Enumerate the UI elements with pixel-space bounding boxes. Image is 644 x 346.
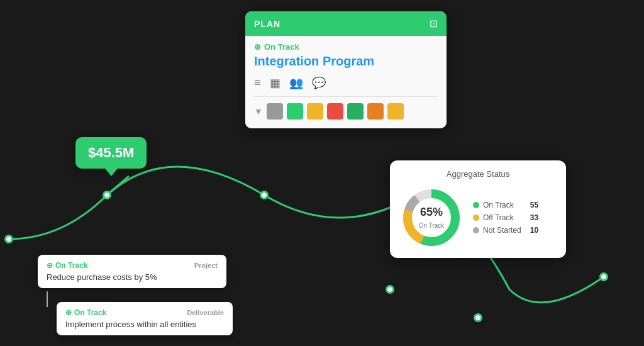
deliverable-on-track-label: On Track: [74, 308, 106, 317]
on-track-label: On Track: [264, 42, 299, 52]
value-bubble: $45.5M: [75, 137, 147, 169]
legend-on-track-label: On Track: [483, 201, 514, 209]
project-on-track-label: On Track: [55, 261, 87, 270]
edit-icon[interactable]: ⊡: [430, 18, 438, 30]
color-swatch-dark-green[interactable]: [347, 103, 364, 120]
legend-on-track: On Track 55: [473, 201, 538, 209]
plan-card: PLAN ⊡ ⊕ On Track Integration Program ≡ …: [245, 11, 447, 128]
project-type-label: Project: [194, 262, 218, 269]
list-icon[interactable]: ≡: [254, 76, 261, 90]
plan-card-header: PLAN ⊡: [245, 11, 447, 36]
aggregate-status-card: Aggregate Status 65% On Track On: [390, 160, 566, 258]
legend-on-track-count: 55: [525, 201, 538, 209]
legend-not-started: Not Started 10: [473, 226, 538, 235]
donut-percentage: 65%: [419, 206, 445, 219]
legend-not-started-label: Not Started: [483, 226, 521, 235]
project-description: Reduce purchase costs by 5%: [47, 272, 218, 282]
on-track-dot: [473, 202, 479, 208]
plan-label: PLAN: [254, 19, 280, 29]
color-swatch-green[interactable]: [287, 103, 303, 120]
legend-not-started-count: 10: [525, 226, 538, 235]
node-center: [260, 191, 269, 199]
node-right: [474, 313, 482, 322]
donut-label: On Track: [419, 222, 445, 229]
aggregate-title: Aggregate Status: [400, 169, 556, 179]
legend-off-track: Off Track 33: [473, 213, 538, 222]
chat-icon[interactable]: 💬: [312, 76, 326, 90]
calendar-icon[interactable]: ▦: [270, 76, 280, 90]
color-swatch-red[interactable]: [327, 103, 343, 120]
aggregate-content: 65% On Track On Track 55 Off Track 33 No…: [400, 186, 556, 249]
team-icon[interactable]: 👥: [289, 76, 303, 90]
deliverable-type-label: Deliverable: [187, 309, 224, 316]
deliverable-card-top: ⊕ On Track Deliverable: [65, 308, 224, 317]
color-swatch-amber[interactable]: [387, 103, 404, 120]
deliverable-on-track-status: ⊕ On Track: [65, 308, 106, 317]
plan-color-row: ▼: [254, 103, 438, 120]
node-far-right: [599, 272, 608, 281]
color-swatch-orange[interactable]: [367, 103, 384, 120]
project-on-track-status: ⊕ On Track: [47, 261, 87, 270]
aggregate-legend: On Track 55 Off Track 33 Not Started 10: [473, 201, 538, 235]
node-left: [103, 191, 111, 199]
plan-card-body: ⊕ On Track Integration Program ≡ ▦ 👥 💬 ▼: [245, 36, 447, 128]
donut-chart: 65% On Track: [400, 186, 463, 249]
node-right-center: [386, 285, 394, 294]
project-card: ⊕ On Track Project Reduce purchase costs…: [38, 255, 226, 288]
not-started-dot: [473, 227, 479, 233]
plan-title: Integration Program: [254, 54, 438, 69]
color-swatch-yellow[interactable]: [307, 103, 323, 120]
on-track-circle-icon: ⊕: [254, 42, 261, 52]
plan-on-track-status: ⊕ On Track: [254, 42, 438, 52]
color-swatch-grey[interactable]: [267, 103, 283, 120]
plan-icon-row: ≡ ▦ 👥 💬: [254, 76, 438, 97]
bubble-value: $45.5M: [88, 145, 134, 160]
legend-off-track-count: 33: [525, 213, 538, 222]
deliverable-card: ⊕ On Track Deliverable Implement process…: [57, 302, 233, 335]
expand-arrow-icon[interactable]: ▼: [254, 106, 263, 116]
donut-center: 65% On Track: [419, 206, 445, 230]
deliverable-description: Implement process within all entities: [65, 320, 224, 329]
node-far-left: [4, 235, 13, 243]
project-on-track-icon: ⊕: [47, 261, 53, 270]
project-card-top: ⊕ On Track Project: [47, 261, 218, 270]
off-track-dot: [473, 215, 479, 221]
legend-off-track-label: Off Track: [483, 213, 513, 222]
deliverable-on-track-icon: ⊕: [65, 308, 72, 317]
